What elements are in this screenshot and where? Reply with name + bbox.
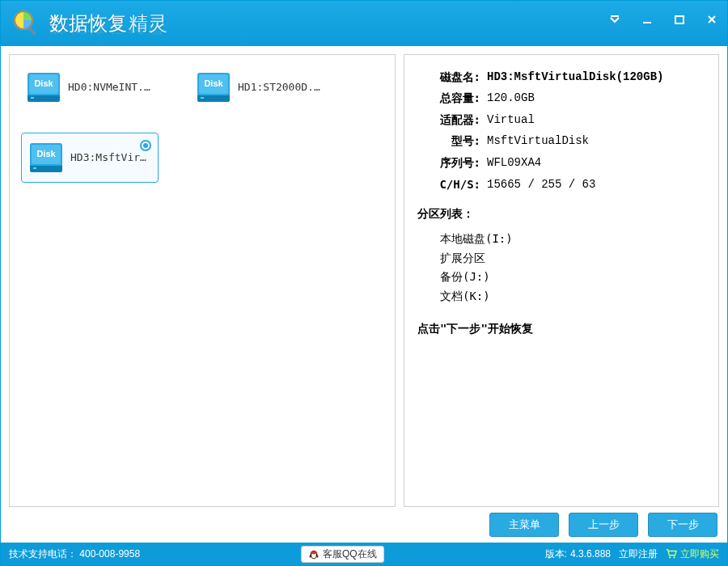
- detail-serial-value: WFL09XA4: [487, 152, 541, 174]
- svg-point-28: [669, 556, 671, 558]
- partition-item: 扩展分区: [440, 249, 705, 268]
- svg-rect-22: [33, 167, 36, 169]
- disk-list-pane: Disk HD0:NVMeINT... Disk HD1:ST2000D... …: [9, 54, 396, 507]
- partition-item: 备份(J:): [440, 268, 705, 287]
- disk-item[interactable]: Disk HD3:MsftVir...: [21, 133, 159, 183]
- disk-drive-icon: Disk: [196, 71, 231, 103]
- partitions-list: 本地磁盘(I:)扩展分区备份(J:)文档(K:): [440, 230, 705, 306]
- detail-model-label: 型号:: [417, 130, 480, 152]
- detail-adapter-value: Virtual: [487, 109, 535, 131]
- detail-name-value: HD3:MsftVirtualDisk(120GB): [487, 66, 663, 88]
- qq-penguin-icon: [308, 548, 320, 560]
- disk-drive-icon: Disk: [26, 71, 61, 103]
- detail-capacity-label: 总容量:: [417, 87, 480, 109]
- disk-details-pane: 磁盘名: HD3:MsftVirtualDisk(120GB) 总容量: 120…: [404, 54, 719, 507]
- support-label: 技术支持电话：: [9, 548, 77, 560]
- main-menu-button[interactable]: 主菜单: [489, 513, 559, 537]
- disk-label: HD3:MsftVir...: [70, 151, 151, 163]
- disk-item[interactable]: Disk HD0:NVMeINT...: [21, 66, 159, 108]
- partition-item: 文档(K:): [440, 287, 705, 306]
- svg-text:Disk: Disk: [204, 78, 223, 88]
- dropdown-menu-icon[interactable]: [606, 11, 624, 28]
- detail-serial-label: 序列号:: [417, 152, 480, 174]
- partition-item: 本地磁盘(I:): [440, 230, 705, 249]
- buy-link[interactable]: 立即购买: [666, 547, 719, 561]
- detail-adapter-label: 适配器:: [417, 109, 480, 131]
- detail-chs-label: C/H/S:: [417, 174, 480, 196]
- detail-chs-value: 15665 / 255 / 63: [487, 174, 595, 196]
- version-value: 4.3.6.888: [570, 548, 611, 560]
- next-button[interactable]: 下一步: [648, 513, 717, 537]
- disk-item[interactable]: Disk HD1:ST2000D...: [191, 66, 328, 108]
- next-step-hint: 点击"下一步"开始恢复: [417, 318, 705, 340]
- svg-text:Disk: Disk: [34, 78, 53, 88]
- partitions-header: 分区列表：: [417, 203, 705, 225]
- disk-label: HD1:ST2000D...: [238, 81, 324, 93]
- button-bar: 主菜单 上一步 下一步: [1, 507, 727, 543]
- svg-text:Disk: Disk: [36, 149, 56, 158]
- detail-name-label: 磁盘名:: [417, 66, 480, 88]
- detail-capacity-value: 120.0GB: [487, 87, 535, 109]
- svg-rect-2: [28, 27, 36, 36]
- title-reflection: 数据恢复精灵: [49, 23, 166, 36]
- disk-drive-icon: Disk: [28, 142, 64, 174]
- close-icon[interactable]: [703, 11, 721, 28]
- detail-model-value: MsftVirtualDisk: [487, 130, 589, 152]
- version-label: 版本:: [545, 547, 567, 561]
- qq-support-button[interactable]: 客服QQ在线: [301, 546, 384, 563]
- statusbar: 技术支持电话： 400-008-9958 客服QQ在线 版: [1, 543, 727, 565]
- svg-rect-5: [675, 16, 684, 23]
- qq-label: 客服QQ在线: [323, 547, 377, 561]
- svg-point-29: [673, 556, 675, 558]
- selected-radio-icon: [140, 140, 151, 151]
- disk-label: HD0:NVMeINT...: [68, 81, 154, 93]
- svg-rect-17: [201, 97, 204, 99]
- maximize-icon[interactable]: [671, 11, 688, 28]
- svg-rect-12: [31, 97, 34, 99]
- support-phone: 400-008-9958: [79, 548, 140, 560]
- app-logo-icon: [11, 7, 43, 40]
- minimize-icon[interactable]: [638, 11, 656, 28]
- register-link[interactable]: 立即注册: [619, 547, 658, 561]
- titlebar: 数据恢复精灵 数据恢复精灵: [1, 1, 727, 46]
- prev-button[interactable]: 上一步: [569, 513, 638, 537]
- cart-icon: [666, 548, 677, 560]
